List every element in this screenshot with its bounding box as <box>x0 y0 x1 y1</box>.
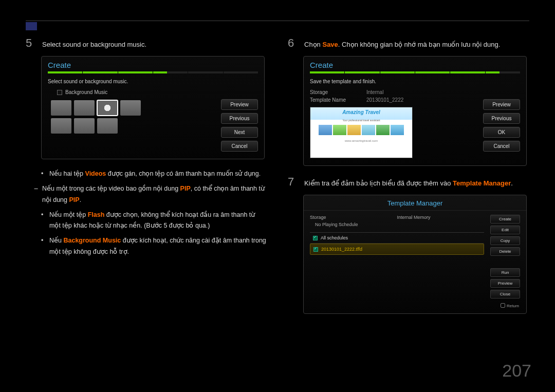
cancel-button[interactable]: Cancel <box>221 141 258 152</box>
sound-thumb-grid <box>51 100 214 134</box>
tm-storage-row: Storage Internal Memory <box>310 215 484 220</box>
sound-thumb[interactable] <box>51 118 71 134</box>
tm-all-schedules[interactable]: All schedules <box>310 233 484 244</box>
screen-button-column: Preview Previous Next Cancel <box>221 99 258 152</box>
step-5-number: 5 <box>26 36 36 50</box>
screen-button-column: Preview Previous OK Cancel <box>483 99 520 158</box>
bullet-flash: Nếu một tệp Flash được chọn, không thể k… <box>41 210 267 232</box>
preview-button[interactable]: Preview <box>221 99 258 110</box>
tm-delete-button[interactable]: Delete <box>490 247 520 256</box>
step-6-number: 6 <box>288 36 298 50</box>
return-icon <box>501 303 505 308</box>
storage-value[interactable]: Internal <box>366 89 383 95</box>
tm-storage-label: Storage <box>310 215 397 220</box>
create-screen-step6: Create Save the template and finish. Sto… <box>303 56 527 166</box>
preview-button[interactable]: Preview <box>483 99 520 110</box>
screen-instruction: Select sound or background music. <box>48 79 214 84</box>
sound-thumb[interactable] <box>51 100 71 116</box>
sound-thumb[interactable] <box>74 118 95 134</box>
template-name-value[interactable]: 20130101_2222 <box>366 97 403 103</box>
progress-bar <box>42 71 264 79</box>
tm-return-row[interactable]: Return <box>304 301 526 308</box>
sound-thumb-selected[interactable] <box>97 100 118 116</box>
create-screen-step5: Create Select sound or background music.… <box>41 56 265 159</box>
checkbox-icon[interactable] <box>313 247 318 252</box>
step-7: 7 Kiểm tra để đảm bảo lịch biểu đã được … <box>288 175 529 189</box>
term-pip: PIP <box>180 185 191 192</box>
cancel-button[interactable]: Cancel <box>483 141 520 152</box>
tm-edit-button[interactable]: Edit <box>490 226 520 234</box>
template-name-label: Template Name <box>310 97 366 103</box>
term-save: Save <box>322 41 338 48</box>
template-manager-screen: Template Manager Storage Internal Memory… <box>303 195 527 314</box>
bg-music-row: Background Music <box>57 89 214 95</box>
right-column: 6 Chọn Save. Chọn không gian bộ nhớ mà b… <box>288 36 529 314</box>
tm-create-button[interactable]: Create <box>490 215 520 223</box>
tm-close-button[interactable]: Close <box>490 290 520 298</box>
bullet-videos: Nếu hai tệp Videos được gán, chọn tệp có… <box>41 169 267 179</box>
step5-bullets-2: Nếu một tệp Flash được chọn, không thể k… <box>41 210 267 257</box>
sound-thumb[interactable] <box>120 100 141 116</box>
step-5-text: Select sound or background music. <box>42 36 146 50</box>
previous-button[interactable]: Previous <box>483 113 520 124</box>
bullet-bgmusic: Nếu Background Music được kích hoạt, chứ… <box>41 235 267 257</box>
step-7-number: 7 <box>288 175 298 189</box>
tm-schedule-list: All schedules 20130101_2222.tffd <box>310 232 484 286</box>
tm-title: Template Manager <box>304 195 526 211</box>
checkbox-icon[interactable] <box>313 236 318 240</box>
next-button[interactable]: Next <box>221 127 258 138</box>
tm-all-label: All schedules <box>321 235 348 240</box>
bg-music-label: Background Music <box>65 89 107 95</box>
term-videos: Videos <box>85 170 106 177</box>
storage-label: Storage <box>310 89 366 95</box>
term-flash: Flash <box>88 211 105 218</box>
tm-button-column: Create Edit Copy Delete Run Preview Clos… <box>490 215 520 298</box>
preview-url: www.amazingtravel.com <box>310 139 412 142</box>
template-preview: Amazing Travel Your professional travel … <box>310 107 413 158</box>
tm-copy-button[interactable]: Copy <box>490 236 520 245</box>
sound-thumb[interactable] <box>97 118 118 134</box>
step-5: 5 Select sound or background music. <box>26 36 267 50</box>
previous-button[interactable]: Previous <box>221 113 258 124</box>
screen-instruction: Save the template and finish. <box>310 79 476 84</box>
step-6: 6 Chọn Save. Chọn không gian bộ nhớ mà b… <box>288 36 529 50</box>
preview-subtitle: Your professional travel assistant <box>310 119 412 122</box>
preview-thumbs <box>310 125 412 135</box>
term-bgmusic: Background Music <box>63 237 121 244</box>
step-7-text: Kiểm tra để đảm bảo lịch biểu đã được th… <box>304 175 513 189</box>
tm-preview-button[interactable]: Preview <box>490 279 520 288</box>
tm-item-label: 20130101_2222.tffd <box>321 247 362 252</box>
header-rule <box>26 21 529 21</box>
page-number: 207 <box>502 361 531 381</box>
return-label: Return <box>507 304 519 308</box>
tm-no-playing: No Playing Schedule <box>315 222 484 227</box>
tm-schedule-item[interactable]: 20130101_2222.tffd <box>310 244 484 255</box>
term-template-manager: Template Manager <box>453 179 511 187</box>
tm-storage-value[interactable]: Internal Memory <box>397 215 485 220</box>
screen-title: Create <box>304 57 526 71</box>
step5-bullets: Nếu hai tệp Videos được gán, chọn tệp có… <box>41 169 267 179</box>
term-pip: PIP <box>69 196 79 203</box>
ok-button[interactable]: OK <box>483 127 520 138</box>
screen-title: Create <box>42 57 264 71</box>
storage-row: Storage Internal <box>310 89 476 95</box>
sound-thumb[interactable] <box>74 100 95 116</box>
sub-bullet-pip: Nếu một trong các tệp video bao gồm nội … <box>26 183 267 206</box>
page-columns: 5 Select sound or background music. Crea… <box>26 36 529 314</box>
preview-title: Amazing Travel <box>310 107 412 120</box>
header-accent <box>26 22 37 30</box>
left-column: 5 Select sound or background music. Crea… <box>26 36 267 314</box>
bg-music-checkbox[interactable] <box>57 90 62 95</box>
template-name-row: Template Name 20130101_2222 <box>310 97 476 103</box>
step-6-text: Chọn Save. Chọn không gian bộ nhớ mà bạn… <box>304 36 500 50</box>
progress-bar <box>304 71 526 79</box>
tm-run-button[interactable]: Run <box>490 268 520 277</box>
